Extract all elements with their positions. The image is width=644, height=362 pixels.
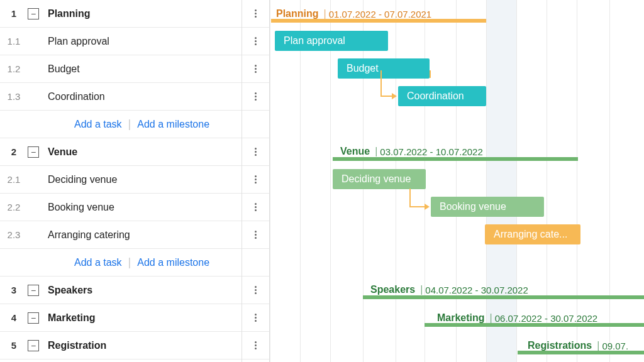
task-label: Arranging catering xyxy=(48,229,130,241)
task-label: Deciding venue xyxy=(48,174,117,185)
row-number: 2 xyxy=(0,146,28,157)
collapse-icon[interactable]: − xyxy=(28,8,39,19)
group-name: Planning xyxy=(276,8,319,19)
menu-cell-empty xyxy=(242,249,269,277)
group-bar[interactable] xyxy=(271,19,486,23)
grid-line xyxy=(300,0,301,362)
collapse-icon[interactable]: − xyxy=(28,340,39,351)
group-dates: 03.07.2022 - 10.07.2022 xyxy=(380,146,482,157)
group-label: Speakers xyxy=(48,285,92,296)
kebab-icon xyxy=(255,37,257,45)
group-row[interactable]: 3 − Speakers xyxy=(0,277,242,304)
group-label: Marketing xyxy=(48,312,96,324)
arrow-right-icon xyxy=(392,93,397,99)
kebab-icon xyxy=(255,9,257,18)
group-dates: 01.07.2022 - 07.07.2021 xyxy=(329,9,431,19)
add-milestone-link[interactable]: Add a milestone xyxy=(137,257,209,268)
group-header[interactable]: Venue| 03.07.2022 - 10.07.2022 xyxy=(340,138,483,165)
separator: | xyxy=(128,256,131,269)
task-bar[interactable]: Coordination xyxy=(398,86,486,106)
kebab-icon xyxy=(255,341,257,349)
task-bar[interactable]: Booking venue xyxy=(431,197,544,217)
task-label: Plan approval xyxy=(48,36,109,47)
row-number: 2.3 xyxy=(0,229,28,240)
connector xyxy=(409,206,426,207)
task-label: Booking venue xyxy=(48,202,114,213)
task-row[interactable]: 1.1 Plan approval xyxy=(0,28,242,55)
add-task-link[interactable]: Add a task xyxy=(74,119,122,130)
add-row: Add a task | Add a milestone xyxy=(0,249,242,277)
row-menu-button[interactable] xyxy=(242,83,269,111)
task-row[interactable]: 1.2 Budget xyxy=(0,55,242,83)
kebab-icon xyxy=(255,65,257,73)
row-number: 5 xyxy=(0,340,28,351)
group-name: Registrations xyxy=(528,340,592,351)
row-menu-button[interactable] xyxy=(242,221,269,249)
group-name: Speakers xyxy=(370,284,415,295)
gantt-chart[interactable]: Planning| 01.07.2022 - 07.07.2021Plan ap… xyxy=(270,0,644,362)
collapse-icon[interactable]: − xyxy=(28,146,39,158)
task-label: Coordination xyxy=(48,91,105,102)
group-header[interactable]: Speakers| 04.07.2022 - 30.07.2022 xyxy=(370,276,528,304)
group-bar[interactable] xyxy=(363,295,644,299)
group-row[interactable]: 5 − Registration xyxy=(0,332,242,359)
group-bar[interactable] xyxy=(518,351,644,354)
task-bar[interactable]: Plan approval xyxy=(275,31,388,51)
row-menu-button[interactable] xyxy=(242,0,269,28)
kebab-icon xyxy=(255,286,257,294)
menu-cell-empty xyxy=(242,111,269,138)
row-menu-button[interactable] xyxy=(242,166,269,194)
separator: | xyxy=(490,312,492,324)
kebab-icon xyxy=(255,203,257,211)
kebab-icon xyxy=(255,231,257,239)
row-menu-button[interactable] xyxy=(242,194,269,221)
group-row[interactable]: 2 − Venue xyxy=(0,138,242,166)
group-bar[interactable] xyxy=(425,323,644,327)
kebab-icon xyxy=(255,175,257,184)
group-header[interactable]: Marketing| 06.07.2022 - 30.07.2022 xyxy=(437,304,597,332)
task-label: Budget xyxy=(48,63,80,75)
connector xyxy=(430,70,431,78)
row-menu-button[interactable] xyxy=(242,332,269,359)
kebab-icon xyxy=(255,314,257,322)
group-label: Registration xyxy=(48,340,106,351)
row-menu-button[interactable] xyxy=(242,55,269,83)
group-header[interactable]: Planning| 01.07.2022 - 07.07.2021 xyxy=(276,0,431,28)
grid-line xyxy=(330,0,331,362)
row-number: 4 xyxy=(0,312,28,323)
kebab-icon xyxy=(255,92,257,101)
group-bar[interactable] xyxy=(333,157,578,161)
add-task-link[interactable]: Add a task xyxy=(74,257,122,268)
task-row[interactable]: 2.2 Booking venue xyxy=(0,194,242,221)
collapse-icon[interactable]: − xyxy=(28,285,39,296)
separator: | xyxy=(597,340,599,351)
row-number: 1.3 xyxy=(0,91,28,102)
row-menu-button[interactable] xyxy=(242,138,269,166)
group-header[interactable]: Registrations| 09.07. xyxy=(528,332,628,359)
row-number: 1 xyxy=(0,8,28,19)
group-row[interactable]: 4 − Marketing xyxy=(0,304,242,332)
task-bar[interactable]: Arranging cate... xyxy=(485,224,580,244)
connector xyxy=(380,96,393,97)
group-row[interactable]: 1 − Planning xyxy=(0,0,242,28)
group-label: Planning xyxy=(48,8,91,19)
separator: | xyxy=(128,118,131,131)
task-row[interactable]: 1.3 Coordination xyxy=(0,83,242,111)
row-menu-button[interactable] xyxy=(242,304,269,332)
row-menu-button[interactable] xyxy=(242,277,269,304)
task-row[interactable]: 2.3 Arranging catering xyxy=(0,221,242,249)
group-name: Marketing xyxy=(437,312,485,324)
separator: | xyxy=(324,8,326,19)
row-number: 2.2 xyxy=(0,202,28,212)
add-milestone-link[interactable]: Add a milestone xyxy=(137,119,209,130)
row-menu-button[interactable] xyxy=(242,28,269,55)
connector xyxy=(380,70,382,97)
collapse-icon[interactable]: − xyxy=(28,312,39,324)
task-bar[interactable]: Budget xyxy=(338,58,430,79)
grid-line xyxy=(609,0,610,362)
group-dates: 04.07.2022 - 30.07.2022 xyxy=(425,285,528,295)
task-bar[interactable]: Deciding venue xyxy=(333,169,426,189)
group-name: Venue xyxy=(340,146,370,157)
row-number: 1.2 xyxy=(0,63,28,74)
task-row[interactable]: 2.1 Deciding venue xyxy=(0,166,242,194)
